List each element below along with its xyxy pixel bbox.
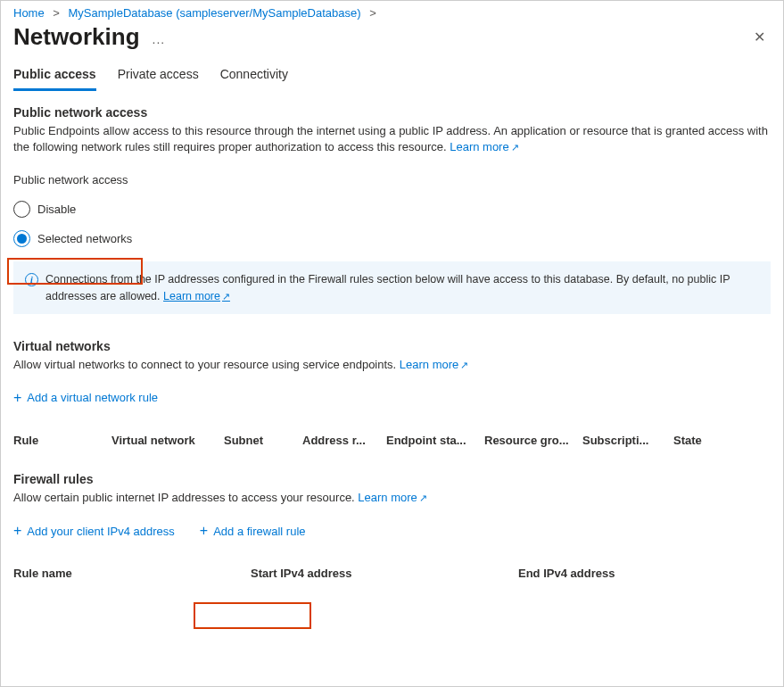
col-subscription[interactable]: Subscripti...	[582, 434, 673, 447]
col-address-range[interactable]: Address r...	[302, 434, 386, 447]
highlight-add-firewall-rule	[194, 602, 311, 629]
col-subnet[interactable]: Subnet	[224, 434, 302, 447]
virtual-networks-heading: Virtual networks	[13, 339, 771, 353]
radio-icon	[13, 201, 30, 218]
plus-icon: +	[200, 524, 208, 538]
external-link-icon: ↗	[220, 291, 230, 302]
firewall-rules-learn-more-link[interactable]: Learn more↗	[358, 491, 426, 504]
tab-connectivity[interactable]: Connectivity	[220, 60, 288, 90]
firewall-rules-columns: Rule name Start IPv4 address End IPv4 ad…	[13, 567, 771, 580]
breadcrumb-home[interactable]: Home	[13, 6, 45, 20]
chevron-right-icon: >	[47, 6, 65, 20]
col-rule[interactable]: Rule	[13, 434, 111, 447]
external-link-icon: ↗	[417, 492, 427, 503]
radio-selected-networks-label: Selected networks	[37, 232, 132, 245]
public-access-description: Public Endpoints allow access to this re…	[13, 123, 771, 155]
public-access-learn-more-link[interactable]: Learn more↗	[450, 140, 518, 153]
breadcrumb-resource[interactable]: MySampleDatabase (sampleserver/MySampleD…	[69, 6, 361, 20]
public-access-heading: Public network access	[13, 105, 771, 120]
page-title: Networking	[13, 23, 140, 51]
col-state[interactable]: State	[673, 434, 736, 447]
radio-disable[interactable]: Disable	[13, 199, 771, 219]
public-access-field-label: Public network access	[13, 173, 771, 186]
plus-icon: +	[13, 391, 21, 405]
col-resource-group[interactable]: Resource gro...	[484, 434, 582, 447]
add-virtual-network-rule-button[interactable]: + Add a virtual network rule	[13, 387, 163, 409]
virtual-networks-description: Allow virtual networks to connect to you…	[13, 357, 771, 373]
public-access-radio-group: Disable Selected networks	[13, 199, 771, 249]
radio-disable-label: Disable	[37, 203, 76, 216]
col-endpoint-status[interactable]: Endpoint sta...	[386, 434, 484, 447]
breadcrumb: Home > MySampleDatabase (sampleserver/My…	[1, 1, 783, 20]
col-start-ip[interactable]: Start IPv4 address	[251, 567, 518, 580]
chevron-right-icon: >	[364, 6, 382, 20]
tab-private-access[interactable]: Private access	[118, 60, 199, 90]
callout-learn-more-link[interactable]: Learn more↗	[163, 290, 230, 302]
external-link-icon: ↗	[509, 142, 519, 153]
add-client-ip-button[interactable]: + Add your client IPv4 address	[13, 520, 180, 542]
selected-networks-callout: i Connections from the IP addresses conf…	[13, 261, 771, 313]
close-icon[interactable]: ✕	[748, 25, 771, 49]
radio-selected-networks[interactable]: Selected networks	[13, 228, 771, 249]
more-icon[interactable]: ···	[140, 35, 166, 49]
callout-text: Connections from the IP addresses config…	[45, 273, 730, 302]
col-virtual-network[interactable]: Virtual network	[111, 434, 224, 447]
plus-icon: +	[13, 524, 21, 538]
page-header: Networking ··· ✕	[1, 20, 783, 60]
tab-public-access[interactable]: Public access	[13, 60, 96, 90]
add-firewall-rule-button[interactable]: + Add a firewall rule	[200, 520, 311, 542]
virtual-networks-columns: Rule Virtual network Subnet Address r...…	[13, 434, 771, 447]
virtual-networks-learn-more-link[interactable]: Learn more↗	[400, 358, 468, 371]
col-end-ip[interactable]: End IPv4 address	[518, 567, 697, 580]
external-link-icon: ↗	[458, 360, 468, 370]
firewall-rules-description: Allow certain public internet IP address…	[13, 490, 771, 506]
firewall-rules-heading: Firewall rules	[13, 472, 771, 486]
col-rule-name[interactable]: Rule name	[13, 567, 251, 580]
tab-strip: Public access Private access Connectivit…	[1, 60, 783, 91]
radio-icon	[13, 230, 30, 247]
info-icon: i	[25, 273, 38, 286]
